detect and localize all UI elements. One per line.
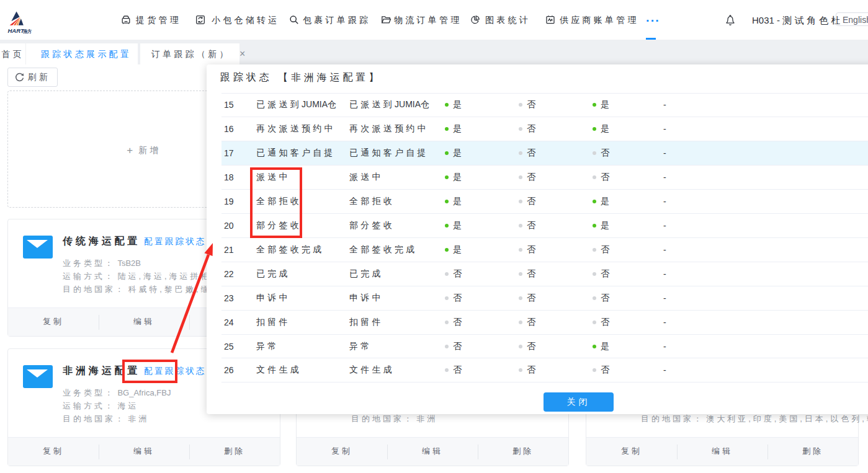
svg-text:浩方: 浩方 (23, 29, 32, 34)
svg-text:HART: HART (8, 27, 25, 34)
